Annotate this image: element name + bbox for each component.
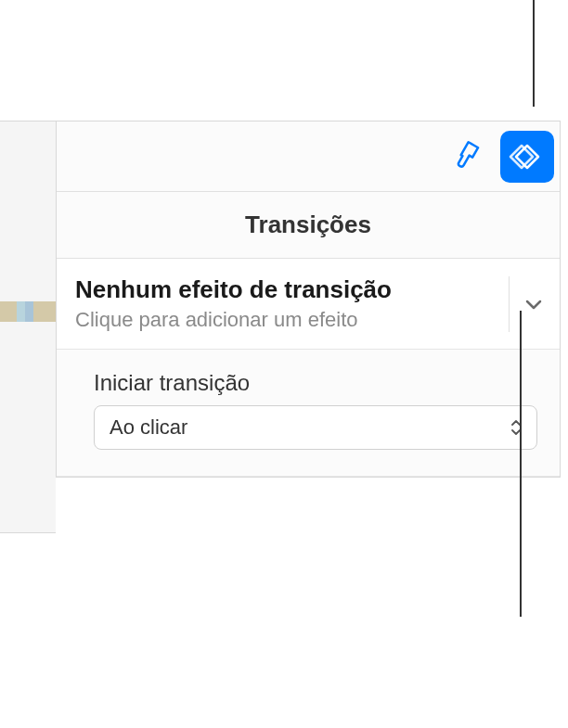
inspector-panel: Transições Nenhum efeito de transição Cl… xyxy=(56,121,561,478)
inspector-toolbar xyxy=(57,121,560,192)
transition-effect-text: Nenhum efeito de transição Clique para a… xyxy=(75,275,501,332)
callout-line-right xyxy=(520,311,522,617)
format-tab-button[interactable] xyxy=(443,131,497,183)
format-brush-icon xyxy=(452,139,487,174)
left-gutter xyxy=(0,121,56,533)
divider xyxy=(509,276,510,332)
chevron-down-icon xyxy=(525,299,542,310)
transition-effect-row[interactable]: Nenhum efeito de transição Clique para a… xyxy=(57,259,560,350)
effect-chevron-button[interactable] xyxy=(521,299,547,310)
start-transition-value: Ao clicar xyxy=(110,415,510,440)
start-transition-section: Iniciar transição Ao clicar xyxy=(57,350,560,477)
start-transition-select[interactable]: Ao clicar xyxy=(94,405,537,450)
transition-effect-subtitle: Clique para adicionar um efeito xyxy=(75,308,501,332)
animate-diamond-icon xyxy=(509,138,546,175)
animate-tab-button[interactable] xyxy=(500,131,554,183)
slide-thumbnail-stripe xyxy=(0,301,56,322)
start-transition-label: Iniciar transição xyxy=(94,370,537,396)
callout-line-top xyxy=(533,0,535,107)
panel-title: Transições xyxy=(57,192,560,259)
transition-effect-title: Nenhum efeito de transição xyxy=(75,275,501,304)
